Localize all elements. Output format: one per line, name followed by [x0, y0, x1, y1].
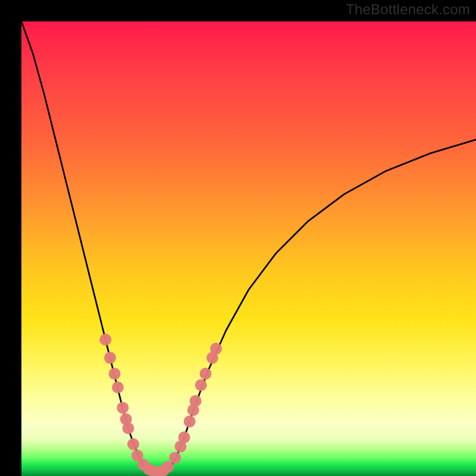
data-marker: [123, 422, 134, 434]
data-marker: [190, 395, 202, 407]
chart-frame: TheBottleneck.com: [0, 0, 476, 476]
bottleneck-curve: [21, 21, 476, 474]
data-marker: [112, 381, 124, 393]
data-marker: [195, 379, 207, 391]
watermark-text: TheBottleneck.com: [346, 1, 470, 18]
data-marker: [117, 402, 129, 414]
data-marker: [99, 334, 111, 346]
data-marker: [178, 431, 190, 443]
data-marker: [199, 368, 211, 380]
data-marker: [169, 452, 181, 464]
data-marker: [210, 343, 222, 355]
plot-area: [21, 21, 476, 476]
curve-layer: [21, 21, 476, 476]
data-markers: [99, 334, 222, 476]
data-marker: [109, 368, 121, 380]
data-marker: [184, 415, 196, 427]
data-marker: [104, 352, 116, 364]
data-marker: [127, 439, 139, 450]
